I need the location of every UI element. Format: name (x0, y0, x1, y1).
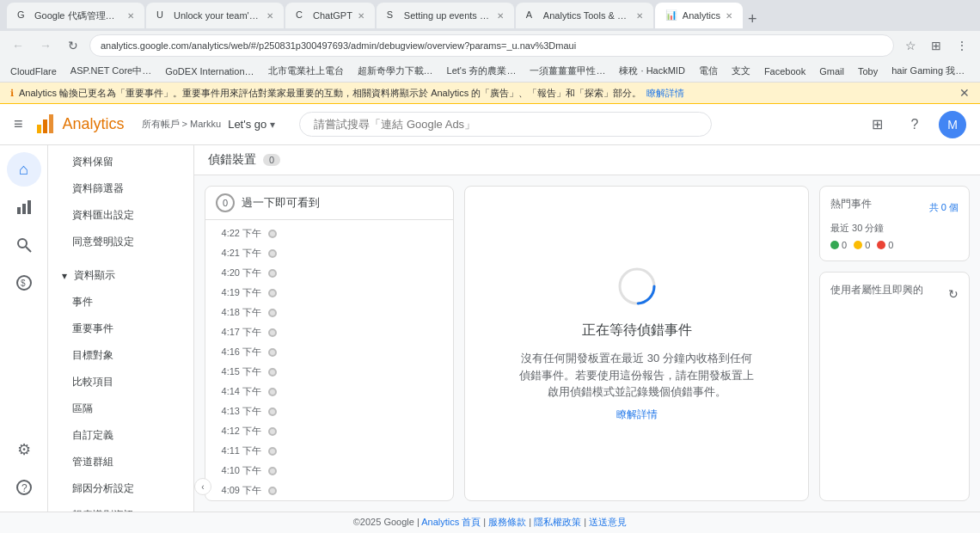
extension-button[interactable]: ⊞ (925, 34, 947, 57)
red-count: 0 (888, 240, 893, 250)
more-options-button[interactable]: ⋮ (951, 34, 973, 57)
timeline-item: 4:14 下午 (205, 382, 453, 401)
timeline-time: 4:22 下午 (214, 227, 261, 240)
event-stat-green: 0 (830, 240, 847, 250)
bookmark-hair[interactable]: hair Gaming 我… (888, 64, 968, 77)
nav-explore[interactable] (7, 228, 41, 262)
yellow-dot (854, 241, 862, 249)
grid-view-button[interactable]: ⊞ (863, 111, 891, 138)
tab-close[interactable]: ✕ (497, 11, 504, 21)
collapse-sidebar-button[interactable]: ‹ (194, 478, 211, 495)
tab-analytics-tools[interactable]: A Analytics Tools & Solutions f ✕ (516, 3, 653, 28)
footer-privacy-link[interactable]: 隱私權政策 (534, 517, 581, 527)
sidebar-item-segments[interactable]: 區隔 (48, 395, 187, 422)
sidebar-item-attribution[interactable]: 歸因分析設定 (48, 475, 187, 502)
waiting-learn-more-link[interactable]: 瞭解詳情 (616, 407, 658, 422)
tab-favicon: A (526, 9, 538, 21)
timeline-item: 4:09 下午 (205, 481, 453, 500)
help-button[interactable]: ? (901, 111, 928, 138)
tab-close[interactable]: ✕ (127, 11, 134, 21)
tab-google-tag[interactable]: G Google 代碼管理工具 ✕ (7, 3, 144, 28)
sidebar-item-consent[interactable]: 同意聲明設定 (48, 229, 187, 255)
sidebar-item-custom-definitions[interactable]: 自訂定義 (48, 422, 187, 449)
notification-icon: ℹ (10, 88, 14, 99)
hot-events-header: 熱門事件 共 0 個 (830, 197, 959, 218)
sidebar-item-events[interactable]: 事件 (48, 289, 187, 316)
timeline-dot (268, 368, 277, 377)
search-input[interactable] (299, 112, 712, 137)
bookmark-support[interactable]: 支文 (728, 64, 754, 77)
back-button[interactable]: ← (7, 34, 29, 57)
sidebar-section-data-display[interactable]: ▾ 資料顯示 (48, 262, 187, 289)
header-actions: ⊞ ? M (863, 111, 966, 138)
timeline-item: 4:10 下午 (205, 461, 453, 481)
nav-settings[interactable]: ⚙ (7, 432, 41, 467)
bookmark-download[interactable]: 超新奇學力下載… (354, 64, 437, 77)
notification-link[interactable]: 瞭解詳情 (646, 87, 684, 100)
icon-nav: ⌂ $ ⚙ ? (0, 145, 48, 512)
new-tab-button[interactable]: + (748, 10, 757, 28)
timeline-item: 4:21 下午 (205, 243, 453, 263)
timeline-item: 4:12 下午 (205, 421, 453, 441)
sidebar-item-comparisons[interactable]: 比較項目 (48, 369, 187, 395)
tab-unlock[interactable]: U Unlock your team's best wor ✕ (146, 3, 284, 28)
bookmark-toby[interactable]: Toby (854, 66, 881, 77)
tab-chatgpt[interactable]: C ChatGPT ✕ (285, 3, 375, 28)
sidebar-item-data-retention[interactable]: 資料保留 (48, 149, 187, 175)
sidebar-item-report-identity[interactable]: 報表識別資訊 (48, 502, 187, 512)
timeline-time: 4:13 下午 (214, 405, 261, 418)
notification-close-button[interactable]: ✕ (959, 86, 970, 100)
nav-question[interactable]: ? (7, 470, 41, 505)
bookmark-facebook[interactable]: Facebook (761, 66, 809, 77)
notification-bar: ℹ Analytics 輪換已更名為「重要事件」。重要事件用來評估對業家最重要的… (0, 83, 980, 104)
tab-analytics[interactable]: 📊 Analytics ✕ (655, 3, 743, 28)
nav-home[interactable]: ⌂ (7, 152, 41, 187)
nav-advertising[interactable]: $ (7, 266, 41, 300)
bookmark-gmail[interactable]: Gmail (816, 66, 848, 77)
tab-setting-events[interactable]: S Setting up events and repor ✕ (377, 3, 514, 28)
bookmark-button[interactable]: ☆ (899, 34, 922, 57)
footer-feedback-link[interactable]: 送送意見 (589, 517, 627, 527)
timeline-header: 0 過一下即可看到 (205, 187, 453, 220)
bookmarks-bar: CloudFlare ASP.NET Core中… GoDEX Internat… (0, 60, 980, 83)
avatar[interactable]: M (939, 111, 966, 138)
bookmark-aspnet[interactable]: ASP.NET Core中… (67, 64, 155, 77)
timeline-time: 4:21 下午 (214, 247, 261, 260)
sidebar-item-important-events[interactable]: 重要事件 (48, 316, 187, 342)
user-activity-refresh-button[interactable]: ↻ (948, 287, 959, 301)
timeline-time: 4:11 下午 (214, 444, 261, 457)
tab-favicon: 📊 (665, 9, 677, 21)
reload-button[interactable]: ↻ (62, 34, 84, 57)
notification-text: Analytics 輪換已更名為「重要事件」。重要事件用來評估對業家最重要的互動… (19, 87, 641, 100)
svg-line-7 (26, 247, 31, 252)
nav-reports[interactable] (7, 190, 41, 224)
bookmark-godex[interactable]: GoDEX Internation… (162, 66, 257, 77)
tab-close[interactable]: ✕ (358, 11, 364, 21)
timeline-dot (268, 309, 277, 317)
forward-button[interactable]: → (34, 34, 57, 57)
browser-chrome: G Google 代碼管理工具 ✕ U Unlock your team's b… (0, 0, 980, 31)
account-selector[interactable]: 所有帳戶 > Markku Let's go ▾ (142, 118, 276, 132)
sidebar-item-data-export[interactable]: 資料匯出設定 (48, 202, 187, 229)
sidebar-item-data-filter[interactable]: 資料篩選器 (48, 175, 187, 202)
timeline-time: 4:10 下午 (214, 464, 261, 477)
sidebar-item-audiences[interactable]: 目標對象 (48, 342, 187, 369)
footer-terms-link[interactable]: 服務條款 (488, 517, 526, 527)
bookmark-cloudflare[interactable]: CloudFlare (7, 66, 60, 77)
tab-close[interactable]: ✕ (726, 11, 732, 21)
hot-events-more[interactable]: 共 0 個 (929, 201, 959, 214)
timeline-items: 4:22 下午 4:21 下午 4:20 下午 4:19 下午 4:18 下午 … (205, 220, 453, 500)
tab-close[interactable]: ✕ (266, 11, 273, 21)
bookmark-lets[interactable]: Let's 夯的農業… (444, 64, 520, 77)
bookmark-hack[interactable]: 棟稅 · HackMID (616, 64, 688, 77)
timeline-time: 4:12 下午 (214, 425, 261, 438)
bookmark-electric[interactable]: 北市電業社上電台 (265, 64, 347, 77)
bookmark-ginger[interactable]: 一須薑薑薑甲性… (526, 64, 609, 77)
account-name: Let's go (228, 118, 266, 131)
bookmark-telecom[interactable]: 電信 (695, 64, 721, 77)
footer-analytics-link[interactable]: Analytics 首頁 (421, 517, 481, 527)
tab-close[interactable]: ✕ (636, 11, 643, 21)
menu-button[interactable]: ≡ (14, 115, 23, 133)
sidebar-item-channel-groups[interactable]: 管道群組 (48, 449, 187, 475)
address-bar[interactable]: analytics.google.com/analytics/web/#/p25… (89, 34, 894, 57)
